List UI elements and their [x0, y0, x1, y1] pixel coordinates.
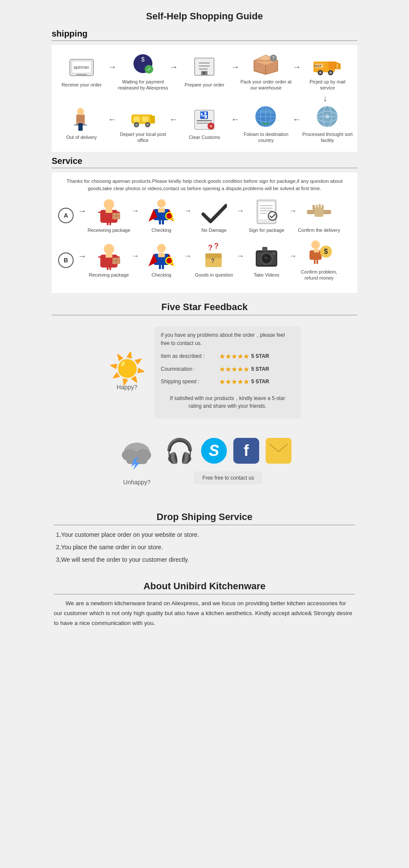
svg-rect-109 [158, 253, 165, 257]
rating-label-0: Item as described : [161, 352, 217, 360]
svg-text:$: $ [141, 56, 145, 63]
service-b-item-2: ? ? ? Goods in question [192, 243, 235, 278]
depart-icon [128, 104, 158, 130]
svg-point-105 [157, 244, 166, 252]
feedback-top-note: if you have any problems about the order… [161, 331, 294, 348]
flow-item-customs: 🛂 ✕ Clear Customs [179, 107, 230, 140]
skype-icon: S [201, 438, 227, 464]
drop-item-2: 3,We will send the order to your custome… [56, 555, 353, 564]
service-b-icon-1 [148, 243, 176, 271]
rating-count-0: 5 STAR [251, 352, 270, 360]
flow-label-pack: Pack your order order at our warehouse [240, 79, 291, 91]
svg-point-61 [325, 114, 329, 119]
svg-point-127 [272, 252, 276, 255]
drop-item-0: 1,Your customer place order on your webs… [56, 530, 353, 539]
svg-rect-9 [199, 62, 210, 64]
feedback-bottom-note: If satisfied with our products，kindly le… [161, 391, 294, 413]
arrow-down: ↓ [56, 93, 353, 103]
svg-point-29 [329, 71, 332, 74]
sb-arrow-1: → [131, 252, 139, 269]
service-a-label-1: Checking [152, 227, 171, 233]
svg-rect-66 [109, 219, 111, 225]
cloud-container: Unhappy? [118, 436, 156, 486]
svg-rect-33 [77, 115, 84, 122]
flow-item-prepare: Prepare your order [179, 55, 230, 88]
svg-point-125 [264, 256, 266, 258]
sa-arrow-3: → [236, 206, 244, 224]
svg-rect-99 [109, 264, 111, 270]
sun-icon: ☀️ [108, 354, 146, 384]
flow-item-sort: Processed throught sort facility [302, 104, 353, 144]
svg-rect-130 [314, 249, 319, 252]
sa-arrow-2: → [184, 206, 192, 224]
sb-arrow-2: → [184, 252, 192, 269]
drop-title: Drop Shiping Service [54, 511, 355, 525]
svg-rect-97 [105, 253, 112, 258]
svg-marker-23 [328, 62, 335, 69]
service-a-icon-0 [95, 198, 123, 226]
service-b-label-3: Take Videos [254, 272, 279, 278]
service-a-item-3: Sign for package [245, 198, 288, 233]
arrow-2: → [170, 62, 178, 80]
svg-rect-101 [115, 256, 120, 258]
drop-section: Drop Shiping Service 1,Your customer pla… [52, 507, 357, 572]
svg-rect-68 [115, 212, 120, 213]
shipping-flow: apeman Receive your order → $ ✓ [52, 45, 357, 152]
svg-text:✕: ✕ [209, 124, 213, 129]
svg-rect-77 [159, 218, 161, 225]
service-section: Service Thanks for choosing apeman produ… [52, 156, 357, 292]
svg-rect-31 [336, 64, 338, 69]
service-flow-a: A → [58, 198, 351, 233]
svg-point-95 [104, 244, 114, 254]
pickup-icon: FAST [313, 52, 343, 77]
service-a-icon-1 [148, 198, 176, 226]
flow-item-destination: Folown to destination country [240, 104, 291, 144]
sort-icon [313, 104, 343, 130]
flow-item-pickup: FAST Picjed up by mail service [302, 52, 353, 91]
flow-label-destination: Folown to destination country [240, 131, 291, 144]
svg-rect-10 [199, 65, 210, 67]
svg-rect-93 [322, 205, 324, 210]
svg-rect-126 [262, 247, 267, 251]
label-b: B [58, 252, 74, 268]
service-b-icon-2: ? ? ? [200, 243, 228, 271]
service-a-label-0: Receiveing package [87, 227, 130, 233]
rating-row-1: Coumnication : ★★★★★ 5 STAR [161, 364, 294, 375]
happy-label: Happy? [117, 384, 137, 391]
service-a-label-3: Sign for package [249, 227, 285, 233]
svg-point-41 [135, 123, 138, 126]
svg-rect-132 [316, 258, 318, 264]
sa-arrow-4: → [289, 206, 297, 224]
svg-rect-98 [107, 264, 108, 270]
svg-rect-67 [98, 212, 102, 213]
feedback-happy-row: ☀️ Happy? if you have any problems about… [52, 322, 357, 423]
flow-item-outdelivery: Out of delivery [56, 107, 107, 140]
svg-rect-78 [162, 218, 164, 225]
arrow-3: → [231, 62, 239, 80]
flow-label-customs: Clear Customs [189, 134, 220, 140]
prepare-icon [189, 55, 220, 80]
main-title: Self-Help Shopping Guide [52, 4, 357, 25]
svg-rect-39 [142, 117, 149, 122]
service-b-label-4: Confirm problem, refund money [297, 269, 341, 281]
customs-icon: 🛂 ✕ [189, 107, 220, 133]
drop-item-1: 2,You place the same order in our store. [56, 543, 353, 552]
svg-rect-3 [76, 74, 87, 76]
headset-icon: 🎧 [165, 437, 195, 465]
service-b-item-3: Take Videos [245, 243, 288, 278]
outdelivery-icon [66, 107, 96, 133]
rating-stars-0: ★★★★★ [219, 351, 249, 362]
service-note: Thanks for choosing apeman products.Plea… [58, 178, 351, 193]
rating-label-2: Shipping speed : [161, 378, 217, 386]
drop-list: 1,Your customer place order on your webs… [54, 530, 355, 564]
svg-text:FAST: FAST [314, 65, 322, 68]
rating-box: if you have any problems about the order… [155, 326, 301, 419]
shipping-section: shipping apeman Receive your order [52, 29, 357, 152]
service-a-icon-3 [253, 198, 281, 226]
rating-row-0: Item as described : ★★★★★ 5 STAR [161, 351, 294, 362]
svg-rect-44 [151, 116, 155, 123]
service-a-icon-4 [305, 198, 333, 226]
sun-container: ☀️ Happy? [108, 354, 146, 391]
service-b-icon-0 [95, 243, 123, 271]
arrow-r2-2: ← [170, 114, 178, 133]
